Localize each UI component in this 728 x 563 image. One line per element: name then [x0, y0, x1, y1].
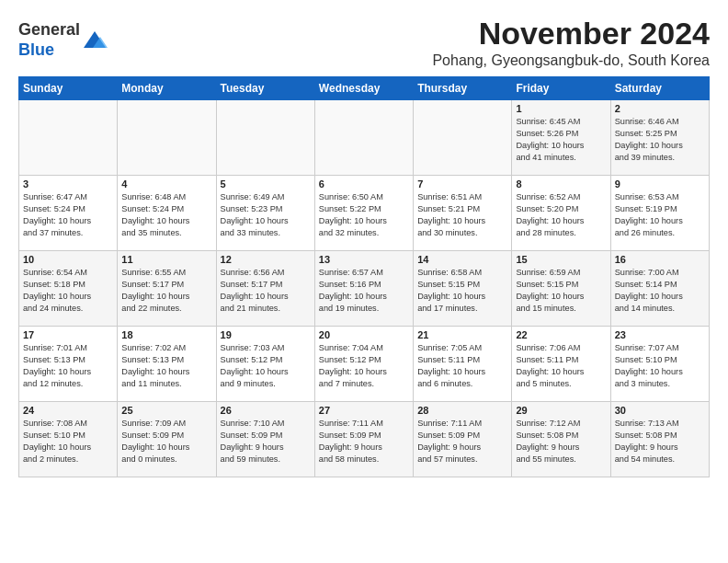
day-number: 1: [516, 103, 606, 114]
calendar-week-1: 3Sunrise: 6:47 AM Sunset: 5:24 PM Daylig…: [19, 176, 710, 251]
calendar-cell: 14Sunrise: 6:58 AM Sunset: 5:15 PM Dayli…: [414, 251, 512, 327]
day-number: 16: [615, 254, 705, 265]
header-thursday: Thursday: [414, 77, 512, 100]
calendar-week-0: 1Sunrise: 6:45 AM Sunset: 5:26 PM Daylig…: [19, 100, 710, 176]
day-number: 11: [121, 254, 211, 265]
day-number: 12: [221, 254, 311, 265]
calendar-cell: 25Sunrise: 7:09 AM Sunset: 5:09 PM Dayli…: [118, 402, 216, 477]
calendar-cell: 3Sunrise: 6:47 AM Sunset: 5:24 PM Daylig…: [19, 176, 118, 251]
day-number: 30: [615, 405, 705, 416]
calendar-cell: 16Sunrise: 7:00 AM Sunset: 5:14 PM Dayli…: [610, 251, 709, 327]
calendar-cell: 11Sunrise: 6:55 AM Sunset: 5:17 PM Dayli…: [118, 251, 216, 327]
day-number: 22: [516, 329, 606, 340]
calendar-cell: 2Sunrise: 6:46 AM Sunset: 5:25 PM Daylig…: [610, 100, 709, 176]
day-info: Sunrise: 7:10 AM Sunset: 5:09 PM Dayligh…: [221, 418, 311, 465]
header-tuesday: Tuesday: [216, 77, 314, 100]
day-info: Sunrise: 6:52 AM Sunset: 5:20 PM Dayligh…: [516, 191, 606, 239]
day-number: 19: [221, 329, 311, 340]
calendar-cell: 23Sunrise: 7:07 AM Sunset: 5:10 PM Dayli…: [610, 327, 709, 402]
day-info: Sunrise: 7:02 AM Sunset: 5:13 PM Dayligh…: [121, 342, 211, 390]
day-number: 4: [121, 178, 211, 190]
calendar-cell: 27Sunrise: 7:11 AM Sunset: 5:09 PM Dayli…: [314, 402, 413, 477]
day-number: 15: [516, 254, 606, 265]
day-info: Sunrise: 6:59 AM Sunset: 5:15 PM Dayligh…: [516, 267, 606, 315]
day-info: Sunrise: 6:57 AM Sunset: 5:16 PM Dayligh…: [319, 267, 409, 315]
calendar-cell: [216, 100, 314, 176]
day-info: Sunrise: 7:13 AM Sunset: 5:08 PM Dayligh…: [615, 418, 705, 465]
header-saturday: Saturday: [610, 77, 709, 100]
day-number: 21: [417, 329, 507, 340]
day-number: 8: [516, 178, 606, 190]
day-info: Sunrise: 7:01 AM Sunset: 5:13 PM Dayligh…: [23, 342, 113, 390]
day-info: Sunrise: 7:08 AM Sunset: 5:10 PM Dayligh…: [23, 418, 113, 465]
calendar-cell: 20Sunrise: 7:04 AM Sunset: 5:12 PM Dayli…: [314, 327, 413, 402]
calendar-cell: 19Sunrise: 7:03 AM Sunset: 5:12 PM Dayli…: [216, 327, 314, 402]
subtitle: Pohang, Gyeongsangbuk-do, South Korea: [432, 52, 710, 69]
header-monday: Monday: [118, 77, 216, 100]
day-number: 7: [417, 178, 507, 190]
day-info: Sunrise: 6:53 AM Sunset: 5:19 PM Dayligh…: [615, 191, 705, 239]
title-area: November 2024 Pohang, Gyeongsangbuk-do, …: [432, 17, 710, 69]
day-info: Sunrise: 7:06 AM Sunset: 5:11 PM Dayligh…: [516, 342, 606, 390]
day-info: Sunrise: 7:09 AM Sunset: 5:09 PM Dayligh…: [121, 418, 211, 465]
calendar-cell: 10Sunrise: 6:54 AM Sunset: 5:18 PM Dayli…: [19, 251, 118, 327]
day-info: Sunrise: 7:00 AM Sunset: 5:14 PM Dayligh…: [615, 267, 705, 315]
calendar-cell: [19, 100, 118, 176]
calendar-cell: 5Sunrise: 6:49 AM Sunset: 5:23 PM Daylig…: [216, 176, 314, 251]
header-friday: Friday: [512, 77, 610, 100]
day-number: 24: [23, 405, 113, 416]
day-info: Sunrise: 7:11 AM Sunset: 5:09 PM Dayligh…: [319, 418, 409, 465]
day-number: 18: [121, 329, 211, 340]
logo-general-text: General: [18, 20, 80, 39]
day-number: 10: [23, 254, 113, 265]
day-info: Sunrise: 6:56 AM Sunset: 5:17 PM Dayligh…: [221, 267, 311, 315]
calendar-cell: 17Sunrise: 7:01 AM Sunset: 5:13 PM Dayli…: [19, 327, 118, 402]
calendar-cell: 28Sunrise: 7:11 AM Sunset: 5:09 PM Dayli…: [414, 402, 512, 477]
day-number: 23: [615, 329, 705, 340]
header-sunday: Sunday: [19, 77, 118, 100]
day-number: 3: [23, 178, 113, 190]
logo-icon: [82, 28, 108, 53]
day-number: 13: [319, 254, 409, 265]
day-number: 9: [615, 178, 705, 190]
day-number: 20: [319, 329, 409, 340]
calendar-cell: 30Sunrise: 7:13 AM Sunset: 5:08 PM Dayli…: [610, 402, 709, 477]
day-number: 17: [23, 329, 113, 340]
day-info: Sunrise: 7:11 AM Sunset: 5:09 PM Dayligh…: [417, 418, 507, 465]
day-info: Sunrise: 6:45 AM Sunset: 5:26 PM Dayligh…: [516, 116, 606, 164]
weekday-header-row: Sunday Monday Tuesday Wednesday Thursday…: [19, 77, 710, 100]
day-number: 29: [516, 405, 606, 416]
calendar-cell: [414, 100, 512, 176]
calendar-cell: 22Sunrise: 7:06 AM Sunset: 5:11 PM Dayli…: [512, 327, 610, 402]
day-number: 5: [221, 178, 311, 190]
calendar-cell: 18Sunrise: 7:02 AM Sunset: 5:13 PM Dayli…: [118, 327, 216, 402]
day-info: Sunrise: 6:51 AM Sunset: 5:21 PM Dayligh…: [417, 191, 507, 239]
day-info: Sunrise: 6:55 AM Sunset: 5:17 PM Dayligh…: [121, 267, 211, 315]
logo: General Blue: [18, 20, 108, 60]
day-info: Sunrise: 6:58 AM Sunset: 5:15 PM Dayligh…: [417, 267, 507, 315]
calendar-cell: [118, 100, 216, 176]
day-info: Sunrise: 6:47 AM Sunset: 5:24 PM Dayligh…: [23, 191, 113, 239]
day-number: 2: [615, 103, 705, 114]
day-info: Sunrise: 7:07 AM Sunset: 5:10 PM Dayligh…: [615, 342, 705, 390]
day-info: Sunrise: 6:54 AM Sunset: 5:18 PM Dayligh…: [23, 267, 113, 315]
day-number: 25: [121, 405, 211, 416]
day-info: Sunrise: 6:50 AM Sunset: 5:22 PM Dayligh…: [319, 191, 409, 239]
calendar-cell: 12Sunrise: 6:56 AM Sunset: 5:17 PM Dayli…: [216, 251, 314, 327]
calendar-cell: 21Sunrise: 7:05 AM Sunset: 5:11 PM Dayli…: [414, 327, 512, 402]
day-number: 26: [221, 405, 311, 416]
logo-blue-text: Blue: [18, 40, 54, 59]
day-info: Sunrise: 7:12 AM Sunset: 5:08 PM Dayligh…: [516, 418, 606, 465]
calendar-cell: 6Sunrise: 6:50 AM Sunset: 5:22 PM Daylig…: [314, 176, 413, 251]
calendar-cell: 29Sunrise: 7:12 AM Sunset: 5:08 PM Dayli…: [512, 402, 610, 477]
header: General Blue November 2024 Pohang, Gyeon…: [18, 17, 710, 69]
header-wednesday: Wednesday: [314, 77, 413, 100]
day-info: Sunrise: 7:04 AM Sunset: 5:12 PM Dayligh…: [319, 342, 409, 390]
day-number: 28: [417, 405, 507, 416]
calendar-week-4: 24Sunrise: 7:08 AM Sunset: 5:10 PM Dayli…: [19, 402, 710, 477]
page: General Blue November 2024 Pohang, Gyeon…: [0, 0, 728, 487]
day-info: Sunrise: 6:49 AM Sunset: 5:23 PM Dayligh…: [221, 191, 311, 239]
day-number: 14: [417, 254, 507, 265]
calendar-cell: 13Sunrise: 6:57 AM Sunset: 5:16 PM Dayli…: [314, 251, 413, 327]
month-title: November 2024: [432, 17, 710, 51]
